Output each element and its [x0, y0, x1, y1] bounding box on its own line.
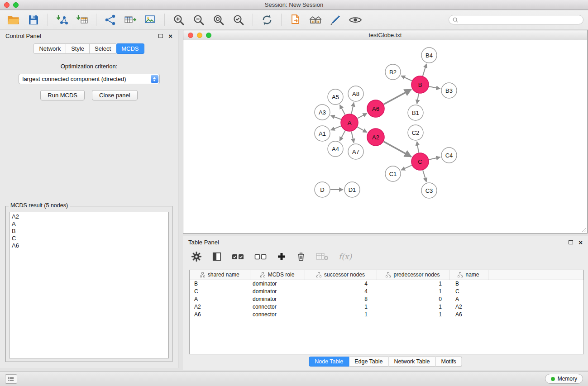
- network-close-button[interactable]: [188, 33, 193, 38]
- table-cell[interactable]: connector: [250, 310, 305, 318]
- graph-node-A4[interactable]: A4: [328, 141, 343, 157]
- graph-node-C2[interactable]: C2: [408, 125, 423, 140]
- tab-motifs[interactable]: Motifs: [435, 357, 462, 367]
- titlebar[interactable]: Session: New Session: [0, 0, 588, 10]
- table-cell[interactable]: A6: [449, 310, 488, 318]
- column-header-successor-nodes[interactable]: successor nodes: [305, 270, 377, 280]
- table-cell[interactable]: dominator: [250, 287, 305, 295]
- graph-edge-C-C3[interactable]: [423, 170, 426, 182]
- close-panel-button[interactable]: Close panel: [92, 90, 138, 100]
- table-row[interactable]: Adominator80A: [190, 295, 583, 303]
- import-network-button[interactable]: [53, 12, 71, 28]
- import-file-button[interactable]: [287, 12, 305, 28]
- graph-node-A3[interactable]: A3: [315, 105, 330, 120]
- table-mode-button[interactable]: [191, 251, 202, 262]
- graph-edge-A-A8[interactable]: [351, 103, 354, 114]
- zoom-selected-button[interactable]: [229, 12, 248, 28]
- tab-edge-table[interactable]: Edge Table: [349, 357, 388, 367]
- table-cell[interactable]: 1: [305, 303, 377, 310]
- column-header-predecessor-nodes[interactable]: predecessor nodes: [377, 270, 449, 280]
- tab-mcds[interactable]: MCDS: [116, 43, 144, 54]
- graph-node-C4[interactable]: C4: [441, 148, 457, 163]
- import-table-button[interactable]: [73, 12, 91, 28]
- table-cell[interactable]: A2: [449, 303, 488, 310]
- graph-edge-B-B3[interactable]: [429, 86, 440, 89]
- network-overview-button[interactable]: [306, 12, 325, 28]
- graph-node-B1[interactable]: B1: [408, 105, 423, 120]
- graph-edge-A-A5[interactable]: [340, 105, 345, 115]
- table-cell[interactable]: 1: [377, 310, 449, 318]
- table-cell[interactable]: 1: [377, 280, 449, 287]
- graph-edge-A-A3[interactable]: [331, 115, 341, 119]
- column-header-shared-name[interactable]: shared name: [190, 270, 250, 280]
- network-minimize-button[interactable]: [197, 33, 202, 38]
- search-input[interactable]: [460, 16, 579, 24]
- graph-node-A6[interactable]: A6: [367, 100, 384, 117]
- tab-select[interactable]: Select: [90, 43, 116, 54]
- graph-node-B[interactable]: B: [411, 76, 429, 93]
- graph-node-C3[interactable]: C3: [421, 183, 437, 198]
- tab-style[interactable]: Style: [66, 43, 90, 54]
- table-cell[interactable]: dominator: [250, 280, 305, 287]
- float-panel-icon[interactable]: [158, 34, 163, 38]
- network-canvas[interactable]: AA1A2A3A4A5A6A7A8BB1B2B3B4CC1C2C3C4DD1: [183, 40, 587, 233]
- table-cell[interactable]: 1: [305, 310, 377, 318]
- close-panel-icon[interactable]: ×: [168, 33, 172, 39]
- float-panel-icon[interactable]: [569, 240, 573, 244]
- graph-node-C[interactable]: C: [411, 153, 429, 170]
- show-hide-button[interactable]: [346, 12, 364, 28]
- delete-columns-button[interactable]: [296, 251, 306, 262]
- table-cell[interactable]: 0: [377, 295, 449, 303]
- graph-edge-A2-C[interactable]: [384, 142, 411, 157]
- graph-node-A2[interactable]: A2: [367, 129, 384, 146]
- show-columns-button[interactable]: [212, 252, 222, 262]
- table-cell[interactable]: C: [449, 287, 488, 295]
- task-history-button[interactable]: [5, 374, 17, 384]
- table-cell[interactable]: 4: [305, 280, 377, 287]
- export-table-button[interactable]: [121, 12, 139, 28]
- graph-edge-A-A6[interactable]: [358, 113, 367, 118]
- save-session-button[interactable]: [24, 12, 43, 28]
- close-panel-icon[interactable]: ×: [578, 239, 583, 246]
- delete-table-button[interactable]: [316, 253, 329, 261]
- table-cell[interactable]: A: [190, 295, 250, 303]
- graph-node-A1[interactable]: A1: [315, 126, 330, 141]
- graph-node-A[interactable]: A: [341, 114, 358, 131]
- graph-node-B4[interactable]: B4: [421, 48, 437, 63]
- network-zoom-button[interactable]: [206, 33, 211, 38]
- graph-edge-B-B1[interactable]: [417, 94, 419, 104]
- table-cell[interactable]: C: [190, 287, 250, 295]
- function-builder-button[interactable]: f(x): [339, 252, 352, 261]
- memory-button[interactable]: Memory: [545, 374, 583, 384]
- graph-edge-B-B2[interactable]: [401, 76, 412, 81]
- table-cell[interactable]: 4: [305, 287, 377, 295]
- open-session-button[interactable]: [5, 12, 23, 28]
- annotation-button[interactable]: [326, 12, 344, 28]
- graph-edge-C-C1[interactable]: [401, 165, 412, 170]
- create-column-button[interactable]: [277, 252, 286, 261]
- search-field[interactable]: [449, 15, 583, 24]
- table-cell[interactable]: B: [449, 280, 488, 287]
- table-cell[interactable]: A6: [190, 310, 250, 318]
- resize-grip-icon[interactable]: [581, 227, 587, 233]
- table-row[interactable]: Cdominator41C: [190, 287, 583, 295]
- graph-node-B3[interactable]: B3: [441, 83, 457, 98]
- table-cell[interactable]: connector: [250, 303, 305, 310]
- zoom-out-button[interactable]: [190, 12, 208, 28]
- graph-edge-A-A7[interactable]: [351, 132, 354, 143]
- graph-edge-A-A2[interactable]: [358, 127, 367, 133]
- graph-edge-B-B4[interactable]: [423, 64, 426, 76]
- network-window-titlebar[interactable]: testGlobe.txt: [183, 30, 587, 40]
- export-image-button[interactable]: [141, 12, 159, 28]
- graph-edge-A-A1[interactable]: [331, 126, 341, 130]
- tab-network[interactable]: Network: [33, 43, 66, 54]
- graph-node-A7[interactable]: A7: [348, 144, 363, 159]
- optimization-criterion-select[interactable]: largest connected component (directed): [19, 74, 160, 84]
- graph-node-A5[interactable]: A5: [328, 89, 343, 105]
- mcds-result-list[interactable]: A2ABCA6: [9, 212, 169, 358]
- graph-node-D1[interactable]: D1: [344, 182, 360, 197]
- table-cell[interactable]: A: [449, 295, 488, 303]
- column-header-name[interactable]: name: [449, 270, 488, 280]
- zoom-in-button[interactable]: [170, 12, 188, 28]
- graph-node-D[interactable]: D: [315, 182, 330, 197]
